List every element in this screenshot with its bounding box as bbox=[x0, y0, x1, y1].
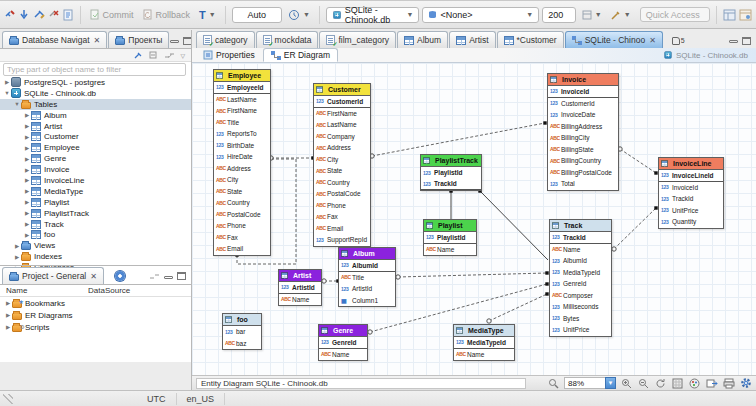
perspective-dbeaver-icon[interactable] bbox=[723, 8, 736, 22]
collapsed-arrow-icon[interactable]: ▶ bbox=[13, 254, 21, 260]
relationship-line[interactable] bbox=[398, 273, 547, 277]
entity-field-invoiceid[interactable]: 123InvoiceId bbox=[659, 182, 723, 194]
search-icon[interactable] bbox=[547, 377, 560, 390]
editor-tab--customer[interactable]: *Customer bbox=[497, 31, 564, 48]
entity-field-hiredate[interactable]: 123HireDate bbox=[214, 151, 270, 163]
editor-tab-album[interactable]: Album bbox=[397, 31, 448, 48]
entity-playlist[interactable]: Playlist123PlaylistIdABCName bbox=[423, 219, 477, 256]
entity-foo[interactable]: foo123barABCbaz bbox=[222, 313, 262, 350]
entity-field-city[interactable]: ABCCity bbox=[214, 174, 270, 186]
tree-item-artist[interactable]: ▶Artist bbox=[0, 121, 191, 132]
hidden-tabs-indicator[interactable]: 5 bbox=[672, 37, 685, 48]
tree-item-customer[interactable]: ▶Customer bbox=[0, 131, 191, 142]
entity-invoice[interactable]: Invoice123InvoiceId123CustomerId123Invoi… bbox=[547, 73, 619, 191]
link-with-editor-icon[interactable] bbox=[149, 272, 160, 281]
collapsed-arrow-icon[interactable]: ▶ bbox=[23, 188, 31, 194]
entity-mediatype[interactable]: MediaType123MediaTypeIdABCName bbox=[453, 324, 515, 361]
entity-field-trackid[interactable]: 123TrackId bbox=[421, 179, 481, 191]
entity-header[interactable]: Playlist bbox=[424, 220, 476, 232]
entity-field-postalcode[interactable]: ABCPostalCode bbox=[314, 188, 370, 200]
entity-field-employeeid[interactable]: 123EmployeeId bbox=[214, 82, 270, 94]
entity-field-mediatypeid[interactable]: 123MediaTypeId bbox=[550, 267, 611, 279]
tree-item-mediatype[interactable]: ▶MediaType bbox=[0, 186, 191, 197]
collapsed-arrow-icon[interactable]: ▶ bbox=[23, 112, 31, 118]
collapse-all-icon[interactable] bbox=[149, 51, 159, 60]
entity-field-name[interactable]: ABCName bbox=[550, 244, 611, 256]
relationship-line[interactable] bbox=[372, 123, 545, 156]
entity-header[interactable]: PlaylistTrack bbox=[421, 155, 481, 167]
entity-field-invoicedate[interactable]: 123InvoiceDate bbox=[548, 109, 618, 121]
editor-tab-film_category[interactable]: film_category bbox=[319, 31, 396, 48]
maximize-icon[interactable] bbox=[177, 272, 186, 280]
tree-item-genre[interactable]: ▶Genre bbox=[0, 153, 191, 164]
entity-field-artistid[interactable]: 123ArtistId bbox=[339, 283, 395, 295]
entity-field-genreid[interactable]: 123GenreId bbox=[319, 337, 367, 349]
entity-field-phone[interactable]: ABCPhone bbox=[314, 200, 370, 212]
tree-item-sqlite---chinook.db[interactable]: ▼SQLite - Chinook.db bbox=[0, 88, 191, 99]
resize-grip[interactable] bbox=[3, 394, 13, 404]
entity-field-name[interactable]: ABCName bbox=[424, 244, 476, 256]
entity-header[interactable]: MediaType bbox=[454, 325, 514, 337]
entity-field-state[interactable]: ABCState bbox=[314, 165, 370, 177]
layout-toggle-button[interactable]: ▼ bbox=[579, 9, 605, 21]
entity-album[interactable]: Album123AlbumIdABCTitle123ArtistId▦Colum… bbox=[338, 247, 396, 307]
tree-item-foo[interactable]: ▶foo bbox=[0, 229, 191, 240]
entity-field-address[interactable]: ABCAddress bbox=[314, 142, 370, 154]
entity-field-billingstate[interactable]: ABCBillingState bbox=[548, 144, 618, 156]
minimize-icon[interactable] bbox=[170, 40, 179, 43]
entity-invoiceline[interactable]: InvoiceLine123InvoiceLineId123InvoiceId1… bbox=[658, 157, 724, 229]
close-icon[interactable]: ✕ bbox=[90, 272, 97, 281]
settings-gear-icon[interactable] bbox=[739, 377, 752, 390]
project-item-scripts[interactable]: ▶Scripts bbox=[0, 321, 191, 333]
entity-field-trackid[interactable]: 123TrackId bbox=[659, 193, 723, 205]
view-menu-icon[interactable]: ▽ bbox=[180, 52, 185, 59]
entity-field-customerid[interactable]: 123CustomerId bbox=[548, 98, 618, 110]
er-diagram-canvas[interactable]: Employee123EmployeeIdABCLastNameABCFirst… bbox=[192, 63, 756, 375]
entity-field-playlistid[interactable]: 123PlaylistId bbox=[424, 232, 476, 244]
expanded-arrow-icon[interactable]: ▼ bbox=[3, 90, 11, 96]
expanded-arrow-icon[interactable]: ▼ bbox=[13, 101, 21, 107]
commit-mode-combo[interactable]: Auto bbox=[232, 7, 283, 23]
entity-field-mediatypeid[interactable]: 123MediaTypeId bbox=[454, 337, 514, 349]
entity-field-baz[interactable]: ABCbaz bbox=[223, 338, 261, 350]
entity-field-artistid[interactable]: 123ArtistId bbox=[279, 282, 321, 294]
entity-field-fax[interactable]: ABCFax bbox=[214, 232, 270, 244]
tree-item-indexes[interactable]: ▶Indexes bbox=[0, 251, 191, 262]
entity-field-firstname[interactable]: ABCFirstName bbox=[314, 108, 370, 120]
print-icon[interactable] bbox=[722, 377, 735, 390]
sql-editor-icon[interactable] bbox=[63, 8, 74, 22]
entity-header[interactable]: Employee bbox=[214, 70, 270, 82]
collapsed-arrow-icon[interactable]: ▶ bbox=[4, 300, 12, 306]
quick-access-input[interactable]: Quick Access bbox=[640, 7, 711, 22]
collapsed-arrow-icon[interactable]: ▶ bbox=[23, 210, 31, 216]
entity-field-billingcountry[interactable]: ABCBillingCountry bbox=[548, 155, 618, 167]
entity-field-bar[interactable]: 123bar bbox=[223, 326, 261, 338]
collapsed-arrow-icon[interactable]: ▶ bbox=[23, 232, 31, 238]
entity-field-billingaddress[interactable]: ABCBillingAddress bbox=[548, 121, 618, 133]
tree-item-playlist[interactable]: ▶Playlist bbox=[0, 197, 191, 208]
entity-header[interactable]: foo bbox=[223, 314, 261, 326]
collapsed-arrow-icon[interactable]: ▶ bbox=[23, 134, 31, 140]
entity-field-albumid[interactable]: 123AlbumId bbox=[550, 255, 611, 267]
tree-item-album[interactable]: ▶Album bbox=[0, 110, 191, 121]
tab-er-diagram[interactable]: ER Diagram bbox=[263, 48, 338, 62]
tree-item-invoice[interactable]: ▶Invoice bbox=[0, 164, 191, 175]
entity-field-country[interactable]: ABCCountry bbox=[314, 177, 370, 189]
schema-selector[interactable]: <None> ▼ bbox=[422, 7, 539, 23]
entity-track[interactable]: Track123TrackIdABCName123AlbumId123Media… bbox=[549, 219, 612, 337]
entity-field-country[interactable]: ABCCountry bbox=[214, 197, 270, 209]
close-icon[interactable]: ✕ bbox=[649, 36, 656, 45]
collapsed-arrow-icon[interactable]: ▶ bbox=[23, 221, 31, 227]
transaction-log-button[interactable]: ▼ bbox=[285, 8, 313, 22]
entity-field-phone[interactable]: ABCPhone bbox=[214, 220, 270, 232]
disconnect-icon[interactable] bbox=[48, 8, 60, 22]
entity-field-genreid[interactable]: 123GenreId bbox=[550, 278, 611, 290]
entity-field-email[interactable]: ABCEmail bbox=[214, 243, 270, 255]
entity-field-milliseconds[interactable]: 123Milliseconds bbox=[550, 301, 611, 313]
entity-field-billingcity[interactable]: ABCBillingCity bbox=[548, 132, 618, 144]
edit-connection-icon[interactable] bbox=[33, 8, 45, 22]
entity-header[interactable]: Track bbox=[550, 220, 611, 232]
entity-header[interactable]: InvoiceLine bbox=[659, 158, 723, 170]
entity-field-unitprice[interactable]: 123UnitPrice bbox=[550, 324, 611, 336]
tree-item-playlisttrack[interactable]: ▶PlaylistTrack bbox=[0, 208, 191, 219]
